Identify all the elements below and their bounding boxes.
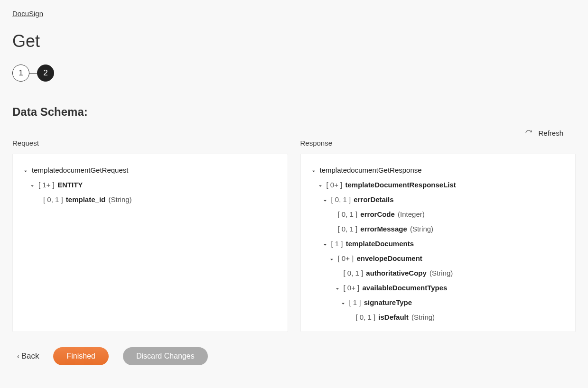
back-button[interactable]: ‹ Back xyxy=(17,351,39,361)
cardinality: [ 0, 1 ] xyxy=(338,225,360,233)
node-name: template_id xyxy=(66,195,105,203)
tree-row: [ 0+ ] availableDocumentTypes xyxy=(310,280,566,295)
node-type: (Integer) xyxy=(396,210,425,218)
node-name: signatureType xyxy=(364,298,412,306)
cardinality: [ 0, 1 ] xyxy=(338,210,360,218)
chevron-down-icon[interactable] xyxy=(334,285,341,291)
tree-node-label: [ 0, 1 ] errorMessage (String) xyxy=(338,224,434,234)
tree-row: [ 0+ ] envelopeDocument xyxy=(310,251,566,266)
tree-node-label[interactable]: [ 0+ ] availableDocumentTypes xyxy=(344,283,448,293)
discard-changes-button[interactable]: Discard Changes xyxy=(123,347,208,365)
node-name: isDefault xyxy=(378,313,408,321)
tree-node-label[interactable]: [ 0, 1 ] errorDetails xyxy=(331,194,394,204)
refresh-button[interactable]: Refresh xyxy=(525,129,563,137)
tree-node-label[interactable]: [ 1+ ] ENTITY xyxy=(38,180,83,190)
cardinality: [ 0, 1 ] xyxy=(344,269,365,277)
wizard-stepper: 1 2 xyxy=(12,65,576,82)
tree-row: [ 0+ ] templateDocumentResponseList xyxy=(310,177,566,192)
tree-node-label[interactable]: templatedocumentGetRequest xyxy=(32,165,128,175)
node-name: errorMessage xyxy=(360,225,407,233)
tree-row: [ 1 ] templateDocuments xyxy=(310,236,566,251)
node-name: templatedocumentGetRequest xyxy=(32,166,128,174)
cardinality: [ 0, 1 ] xyxy=(331,195,353,203)
tree-node-label[interactable]: [ 0+ ] envelopeDocument xyxy=(338,253,422,263)
step-2[interactable]: 2 xyxy=(37,65,54,82)
request-label: Request xyxy=(12,139,288,147)
tree-row: [ 1 ] signatureType xyxy=(310,295,566,310)
response-label: Response xyxy=(300,139,576,147)
node-name: authoritativeCopy xyxy=(366,269,427,277)
back-label: Back xyxy=(21,351,39,361)
step-connector xyxy=(29,73,37,74)
cardinality: [ 0, 1 ] xyxy=(43,195,65,203)
step-1[interactable]: 1 xyxy=(12,65,29,82)
node-name: errorCode xyxy=(360,210,395,218)
chevron-down-icon[interactable] xyxy=(22,167,29,174)
cardinality: [ 0, 1 ] xyxy=(356,313,378,321)
tree-row: templatedocumentGetRequest xyxy=(22,163,278,177)
node-name: availableDocumentTypes xyxy=(362,284,447,292)
chevron-down-icon[interactable] xyxy=(317,182,324,188)
tree-row: [ 0, 1 ] errorDetails xyxy=(310,192,566,207)
node-type: (String) xyxy=(410,313,435,321)
tree-node-label: [ 0, 1 ] errorCode (Integer) xyxy=(338,209,425,219)
node-name: templatedocumentGetResponse xyxy=(320,166,422,174)
tree-node-label[interactable]: [ 0+ ] templateDocumentResponseList xyxy=(327,180,456,190)
cardinality: [ 0+ ] xyxy=(344,284,362,292)
chevron-down-icon[interactable] xyxy=(29,182,36,188)
page-title: Get xyxy=(12,31,576,51)
tree-row: [ 0, 1 ] isDefault (String) xyxy=(310,310,566,324)
cardinality: [ 1+ ] xyxy=(38,181,56,189)
cardinality: [ 1 ] xyxy=(331,240,345,248)
chevron-down-icon[interactable] xyxy=(310,167,317,174)
tree-row: [ 0, 1 ] template_id (String) xyxy=(22,192,278,207)
cardinality: [ 0+ ] xyxy=(338,254,356,262)
refresh-icon xyxy=(525,129,532,137)
chevron-down-icon[interactable] xyxy=(328,255,335,262)
node-type: (String) xyxy=(106,195,131,203)
breadcrumb-docusign[interactable]: DocuSign xyxy=(12,9,43,18)
tree-row: [ 1+ ] ENTITY xyxy=(22,177,278,192)
tree-node-label[interactable]: templatedocumentGetResponse xyxy=(320,165,422,175)
node-name: templateDocuments xyxy=(346,240,414,248)
finished-button[interactable]: Finished xyxy=(53,347,108,365)
tree-node-label: [ 0, 1 ] template_id (String) xyxy=(43,194,132,204)
refresh-label: Refresh xyxy=(538,129,563,137)
chevron-down-icon[interactable] xyxy=(340,299,346,306)
tree-node-label: [ 0, 1 ] isDefault (String) xyxy=(356,312,435,322)
tree-node-label[interactable]: [ 1 ] templateDocuments xyxy=(331,239,414,249)
request-schema-box: templatedocumentGetRequest[ 1+ ] ENTITY[… xyxy=(12,154,288,332)
cardinality: [ 0+ ] xyxy=(327,181,345,189)
cardinality: [ 1 ] xyxy=(349,298,363,306)
node-name: errorDetails xyxy=(354,195,393,203)
node-type: (String) xyxy=(428,269,453,277)
tree-node-label[interactable]: [ 1 ] signatureType xyxy=(349,297,412,307)
tree-row: [ 0, 1 ] errorMessage (String) xyxy=(310,222,566,236)
node-name: ENTITY xyxy=(57,181,83,189)
tree-node-label: [ 0, 1 ] authoritativeCopy (String) xyxy=(344,268,453,278)
tree-row: [ 0, 1 ] authoritativeCopy (String) xyxy=(310,266,566,280)
chevron-left-icon: ‹ xyxy=(17,352,19,360)
chevron-down-icon[interactable] xyxy=(322,196,328,203)
node-type: (String) xyxy=(408,225,433,233)
response-schema-box: templatedocumentGetResponse[ 0+ ] templa… xyxy=(300,154,576,332)
node-name: envelopeDocument xyxy=(356,254,422,262)
tree-row: templatedocumentGetResponse xyxy=(310,163,566,177)
tree-row: [ 0, 1 ] errorCode (Integer) xyxy=(310,207,566,222)
node-name: templateDocumentResponseList xyxy=(345,181,456,189)
chevron-down-icon[interactable] xyxy=(322,240,328,247)
section-heading-data-schema: Data Schema: xyxy=(12,105,576,119)
